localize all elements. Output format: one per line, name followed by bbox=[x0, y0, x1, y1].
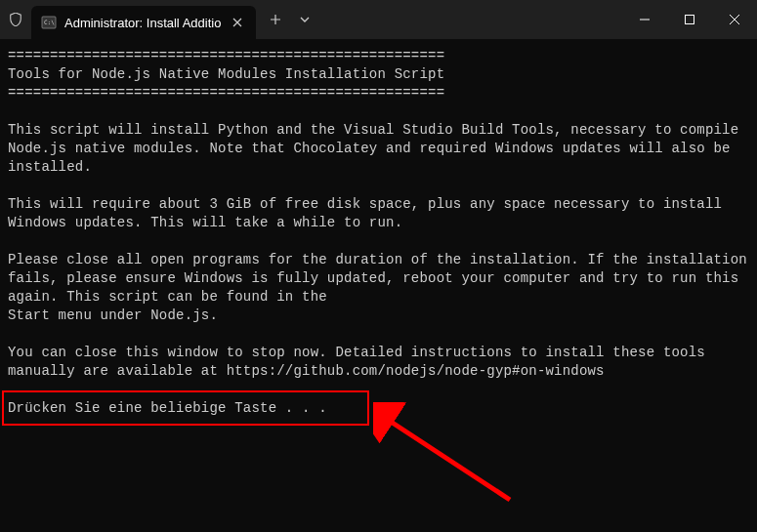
titlebar-left: C:\ Administrator: Install Additio bbox=[0, 0, 318, 39]
new-tab-button[interactable] bbox=[260, 4, 291, 35]
tab-active[interactable]: C:\ Administrator: Install Additio bbox=[31, 6, 256, 39]
divider-line: ========================================… bbox=[8, 85, 444, 101]
minimize-button[interactable] bbox=[622, 0, 667, 39]
press-any-key-prompt: Drücken Sie eine beliebige Taste . . . bbox=[8, 400, 327, 416]
window-controls bbox=[622, 0, 757, 39]
divider-line: ========================================… bbox=[8, 48, 444, 63]
titlebar: C:\ Administrator: Install Additio bbox=[0, 0, 757, 39]
script-title: Tools for Node.js Native Modules Install… bbox=[8, 66, 444, 82]
terminal-output: ========================================… bbox=[0, 39, 757, 426]
cmd-icon: C:\ bbox=[41, 15, 57, 30]
maximize-button[interactable] bbox=[667, 0, 712, 39]
tab-close-button[interactable] bbox=[229, 14, 246, 31]
svg-line-4 bbox=[385, 418, 510, 500]
paragraph: This will require about 3 GiB of free di… bbox=[8, 196, 731, 230]
tab-dropdown-button[interactable] bbox=[291, 4, 318, 35]
svg-text:C:\: C:\ bbox=[44, 19, 55, 25]
close-window-button[interactable] bbox=[712, 0, 757, 39]
paragraph: You can close this window to stop now. D… bbox=[8, 345, 714, 379]
tab-title: Administrator: Install Additio bbox=[64, 16, 221, 30]
paragraph: Please close all open programs for the d… bbox=[8, 252, 756, 323]
shield-icon bbox=[0, 0, 31, 39]
paragraph: This script will install Python and the … bbox=[8, 122, 747, 175]
svg-rect-2 bbox=[686, 16, 694, 24]
